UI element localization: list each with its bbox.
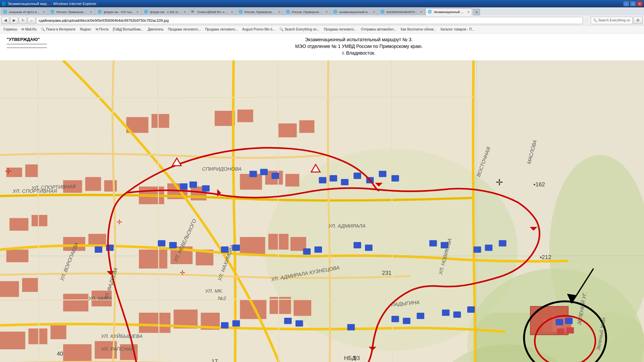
bookmark-catalog[interactable]: Каталог товаров - П... [439, 26, 477, 33]
bookmark-update[interactable]: Как бесплатно обнов... [399, 26, 438, 33]
tab-10[interactable]: 🌐 Экзаменационный мар... ✕ [425, 8, 472, 15]
svg-rect-95 [417, 313, 424, 319]
search-bm-icon: 🔍 [41, 27, 45, 31]
bookmark-yandex[interactable]: Яндекс [78, 26, 93, 33]
svg-rect-65 [271, 173, 279, 179]
svg-rect-89 [232, 320, 240, 327]
svg-rect-85 [474, 246, 481, 253]
svg-rect-91 [296, 320, 303, 327]
doc-title-line2: МЭО отделение № 1 УМВД России по Приморс… [80, 44, 637, 49]
tab-8-favicon: 🌐 [333, 10, 338, 14]
bookmark-guide-label: [Гайд] Волшебник... [113, 27, 143, 31]
tab-4[interactable]: 🌐 форум ган · 1 932 отве... ✕ [142, 8, 189, 15]
tab-4-favicon: 🌐 [144, 10, 149, 14]
svg-rect-15 [29, 328, 47, 344]
svg-rect-88 [221, 322, 229, 328]
svg-text:УЛ. КУЙБЫШЕВА: УЛ. КУЙБЫШЕВА [101, 333, 143, 339]
svg-text:✛: ✛ [5, 167, 11, 176]
bookmark-search[interactable]: 🔍 Поиск в Интернете [39, 26, 77, 33]
tab-10-favicon: 🌐 [428, 10, 432, 14]
search-bar[interactable]: 🔍 Search Everything on [591, 17, 633, 24]
forward-button[interactable]: ▶ [10, 17, 18, 24]
tab-7[interactable]: 🌐 Россия, Приморский кр... ✕ [283, 8, 330, 15]
bookmark-pochta[interactable]: ✉ Почта [94, 26, 111, 33]
bookmark-sale1[interactable]: Продажа легкового... [166, 26, 203, 33]
svg-rect-76 [169, 242, 177, 248]
reload-button[interactable]: ↻ [19, 17, 27, 24]
tab-9-favicon: 🌐 [380, 10, 385, 14]
tab-3-close[interactable]: ✕ [136, 10, 139, 14]
window-title: Экзаменационный мар... - Windows Interne… [7, 2, 96, 6]
bookmark-promo-label: August Promo Mix b... [242, 27, 275, 31]
bookmark-servisy[interactable]: Сервисы [1, 26, 19, 33]
map-container[interactable]: УЛ. СПОРТИВНАЯ УЛ. СПОРТИВНАЯ УЛ. НЕВЕЛЬ… [0, 60, 644, 362]
new-tab-button[interactable]: + [473, 9, 480, 15]
tools-button[interactable]: ⚙ [633, 17, 643, 24]
tab-10-close[interactable]: ✕ [467, 10, 470, 14]
bookmark-mailru[interactable]: ✉ Mail.Ru [19, 26, 39, 33]
favorites-star[interactable]: ☆ [584, 18, 589, 23]
svg-rect-12 [0, 281, 19, 297]
tab-8-label: экзаменационный мар... [339, 10, 371, 14]
svg-rect-10 [32, 215, 47, 226]
svg-text:17: 17 [212, 358, 218, 362]
tab-8-close[interactable]: ✕ [373, 10, 375, 14]
svg-rect-86 [485, 245, 493, 251]
svg-text:231: 231 [382, 270, 391, 276]
bookmark-ship-label: Отправка автомобил... [361, 27, 396, 31]
bookmark-ship[interactable]: Отправка автомобил... [359, 26, 398, 33]
searchev-icon: 🔍 [279, 27, 283, 31]
bookmark-guide[interactable]: [Гайд] Волшебник... [111, 26, 145, 33]
tab-5-close[interactable]: ✕ [231, 10, 233, 14]
tab-3[interactable]: 🌐 форум ган · 476 тыс... ✕ [95, 8, 141, 15]
tab-2-close[interactable]: ✕ [90, 10, 93, 14]
tab-bar: 🌐 юнашева 40 фото вла... ✕ 🌐 Россия, При… [0, 7, 644, 15]
close-button[interactable]: ✕ [637, 1, 643, 6]
minimize-button[interactable]: – [623, 1, 629, 6]
svg-text:•162: •162 [534, 181, 545, 188]
svg-text:УЛ. СПОРТИВНАЯ: УЛ. СПОРТИВНАЯ [12, 188, 57, 194]
utverzdayu-text: "УТВЕРЖДАЮ" [7, 37, 74, 42]
tab-1[interactable]: 🌐 юнашева 40 фото вла... ✕ [1, 8, 48, 15]
home-button[interactable]: ⌂ [28, 17, 36, 24]
bookmark-searchev-label: Search Everything on... [284, 27, 319, 31]
tab-9[interactable]: 🌐 0e9356064b4dc99762b... ✕ [378, 8, 425, 15]
tab-1-close[interactable]: ✕ [43, 10, 45, 14]
svg-rect-44 [293, 300, 311, 316]
svg-rect-80 [314, 246, 322, 253]
svg-rect-48 [237, 110, 253, 122]
maximize-button[interactable]: □ [630, 1, 636, 6]
tab-8[interactable]: 🌐 экзаменационный мар... ✕ [331, 8, 378, 15]
bookmark-pochta-label: Почта [99, 27, 109, 31]
tab-2[interactable]: 🌐 Россия, Приморский кр... ✕ [48, 8, 95, 15]
bookmark-searchev[interactable]: 🔍 Search Everything on... [277, 26, 321, 33]
svg-rect-68 [341, 179, 348, 185]
bookmark-sale2[interactable]: Продажа легкового... [203, 26, 240, 33]
tab-6[interactable]: 🌐 Россия, Приморский кр... ✕ [236, 8, 283, 15]
svg-rect-19 [104, 180, 117, 192]
tab-5-label: Ответы@Mail.Ru: нож... [197, 10, 229, 14]
svg-rect-61 [190, 181, 197, 188]
bookmark-sale3[interactable]: Продажа легкового... [322, 26, 359, 33]
svg-rect-97 [453, 311, 461, 318]
svg-rect-16 [51, 325, 66, 339]
bookmark-engine[interactable]: Двигатель [146, 26, 165, 33]
doc-title: Экзаменационный испытательный маршрут № … [80, 37, 637, 56]
tab-6-close[interactable]: ✕ [278, 10, 281, 14]
bookmarks-bar: Сервисы ✉ Mail.Ru 🔍 Поиск в Интернете Ян… [0, 25, 644, 34]
bookmark-promo[interactable]: August Promo Mix b... [240, 26, 277, 33]
tab-7-close[interactable]: ✕ [325, 10, 328, 14]
browser-icon: 🌐 [1, 2, 6, 6]
back-button[interactable]: ◀ [1, 17, 9, 24]
tab-5[interactable]: ✉ Ответы@Mail.Ru: нож... ✕ [189, 8, 236, 15]
nav-bar: ◀ ▶ ↻ ⌂ ☆ 🔍 Search Everything on ⚙ [0, 15, 644, 25]
address-bar[interactable] [36, 17, 583, 24]
tab-4-close[interactable]: ✕ [183, 10, 186, 14]
svg-rect-73 [95, 246, 102, 253]
svg-rect-154 [565, 318, 573, 324]
tab-7-label: Россия, Приморский кр... [292, 10, 323, 14]
tab-9-close[interactable]: ✕ [420, 10, 423, 14]
mail-icon: ✉ [21, 27, 24, 31]
svg-rect-98 [467, 306, 475, 313]
svg-rect-30 [139, 250, 167, 268]
